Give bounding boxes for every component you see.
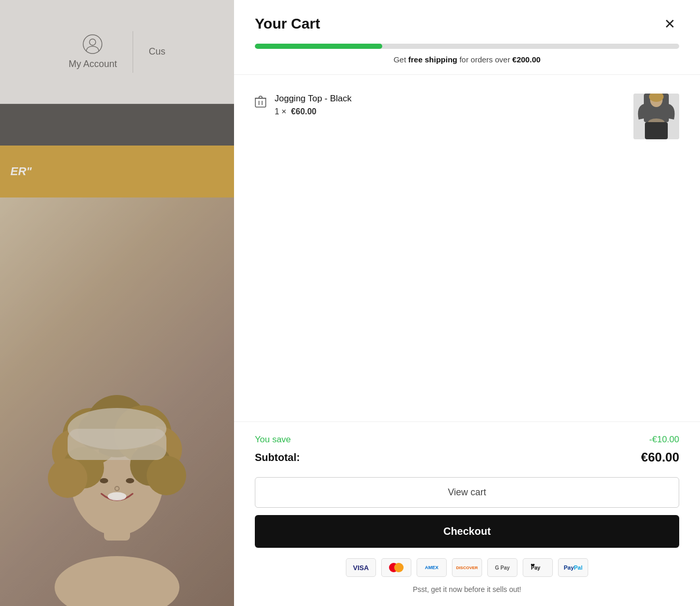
trash-icon [255, 96, 266, 108]
cart-header: Your Cart ✕ [234, 0, 700, 44]
payment-icons: VISA AMEX DISCOVER G Pay Pay PayPal [255, 558, 679, 577]
savings-label: You save [255, 434, 291, 445]
cart-item-image [633, 94, 679, 139]
shipping-bold: free shipping [408, 55, 457, 64]
background-overlay [0, 0, 234, 606]
cart-item-qty-price: 1 × €60.00 [275, 107, 625, 116]
close-cart-button[interactable]: ✕ [660, 15, 679, 33]
progress-bar-container [255, 44, 679, 49]
cart-item: Jogging Top - Black 1 × €60.00 [255, 85, 679, 148]
cart-item-name: Jogging Top - Black [275, 94, 625, 104]
amex-icon: AMEX [417, 558, 447, 577]
subtotal-value: €60.00 [641, 450, 679, 465]
cart-item-info: Jogging Top - Black 1 × €60.00 [275, 94, 625, 116]
mc-circles [389, 563, 404, 572]
view-cart-button[interactable]: View cart [255, 477, 679, 508]
applepay-icon: Pay [523, 558, 553, 577]
svg-rect-22 [255, 98, 266, 107]
shipping-message: Get free shipping for orders over €200.0… [255, 55, 679, 64]
subtotal-label: Subtotal: [255, 452, 300, 464]
mc-yellow-circle [394, 563, 404, 572]
cart-footer: You save -€10.00 Subtotal: €60.00 View c… [234, 421, 700, 606]
delete-item-button[interactable] [255, 96, 266, 111]
item-image-svg [633, 94, 679, 139]
svg-rect-31 [645, 122, 668, 139]
discover-icon: DISCOVER [452, 558, 482, 577]
shipping-prefix: Get [394, 55, 408, 64]
mastercard-icon [381, 558, 411, 577]
shipping-amount: €200.00 [512, 55, 540, 64]
psst-message: Psst, get it now before it sells out! [255, 585, 679, 594]
cart-item-price: €60.00 [291, 107, 317, 116]
shipping-middle: for orders over [457, 55, 512, 64]
apple-pay-svg: Pay [530, 563, 546, 572]
visa-icon: VISA [346, 558, 376, 577]
shipping-section: Get free shipping for orders over €200.0… [234, 44, 700, 74]
cart-title: Your Cart [255, 16, 320, 32]
progress-bar-fill [255, 44, 382, 49]
gpay-icon: G Pay [487, 558, 517, 577]
savings-row: You save -€10.00 [255, 434, 679, 445]
paypal-icon: PayPal [558, 558, 588, 577]
subtotal-row: Subtotal: €60.00 [255, 450, 679, 465]
cart-item-qty: 1 × [275, 107, 287, 116]
cart-items-list: Jogging Top - Black 1 × €60.00 [234, 74, 700, 421]
savings-value: -€10.00 [649, 434, 679, 445]
checkout-button[interactable]: Checkout [255, 515, 679, 548]
cart-panel: Your Cart ✕ Get free shipping for orders… [234, 0, 700, 606]
